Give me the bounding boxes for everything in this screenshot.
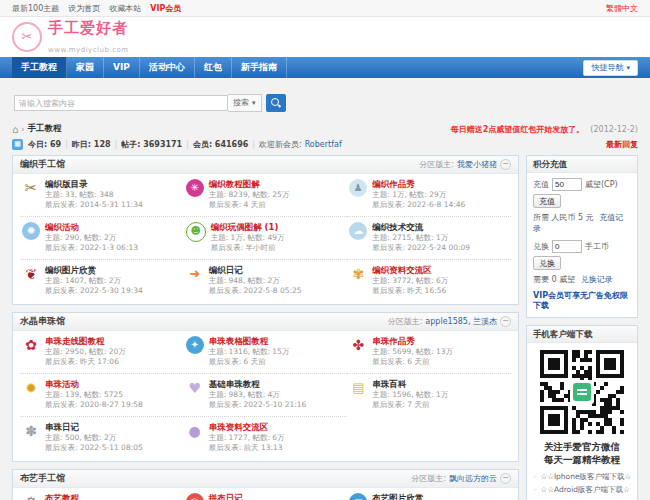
forum-link[interactable]: 拼布日记: [209, 493, 302, 500]
site-logo[interactable]: ✂ 手工爱好者 www.mydiyclub.com: [12, 18, 129, 56]
latest-reply-link[interactable]: 最新回复: [606, 139, 638, 150]
forum-link[interactable]: 串珠百科: [372, 379, 448, 390]
forum-link[interactable]: 串珠表格图教程: [209, 336, 290, 347]
moderator-link[interactable]: 我爱小猪猪: [457, 156, 497, 173]
forum-link[interactable]: 编织图片欣赏: [45, 265, 143, 276]
forum-cell: ◎ 拼布日记 主题: 126, 帖数: 3363 最后发表: 2022-5-7 …: [184, 488, 348, 500]
recharge-unit: 威望(CP): [585, 179, 618, 190]
yarn-ball-blue-icon: ✺: [22, 222, 40, 240]
nav-item-redpacket[interactable]: 红包: [195, 57, 232, 78]
qr-caption-line1: 关注手爱官方微信: [533, 440, 631, 453]
search-button[interactable]: [266, 94, 286, 112]
newest-member-link[interactable]: Robertfaf: [305, 140, 342, 149]
exchange-history-link[interactable]: 兑换记录: [581, 275, 613, 284]
forum-last-post: 最后发表: 2022-5-24 00:09: [372, 243, 470, 253]
nav-item-tutorials[interactable]: 手工教程: [12, 57, 67, 78]
forum-link[interactable]: 编织资料交流区: [372, 265, 448, 276]
forum-link[interactable]: 编织技术交流: [372, 222, 470, 233]
exchange-label: 兑换: [533, 241, 549, 252]
search-type-select[interactable]: 搜索: [228, 94, 262, 112]
list-item[interactable]: ☆☆Iphone版客户端下载☆☆: [533, 470, 631, 483]
forum-link[interactable]: 编织教程图解: [209, 179, 290, 190]
forum-link[interactable]: 布艺教程: [45, 493, 126, 500]
forum-last-post: 最后发表: 2022-6-8 14:46: [372, 200, 465, 210]
collapse-icon[interactable]: [500, 316, 511, 327]
moderator-link[interactable]: apple1585, 兰溪杰: [425, 313, 497, 330]
recharge-amount-input[interactable]: [552, 178, 582, 191]
forum-last-post: 最后发表: 昨天 17:06: [45, 357, 126, 367]
section-title-link[interactable]: 布艺手工馆: [20, 470, 65, 487]
forum-link[interactable]: 串珠走线图教程: [45, 336, 126, 347]
bead-ring-icon: ✹: [22, 379, 40, 397]
link-set-homepage[interactable]: 设为首页: [68, 3, 100, 14]
section-title-link[interactable]: 编织手工馆: [20, 156, 65, 173]
stat-members: 会员: 641696: [193, 139, 248, 150]
forum-cell: ✾ 编织资料交流区 主题: 3772, 帖数: 6万 最后发表: 昨天 16:5…: [347, 259, 511, 302]
vip-download-link[interactable]: VIP会员可享无广告免权限下载: [533, 291, 631, 311]
forum-last-post: 最后发表: 2014-5-31 11:34: [45, 200, 143, 210]
link-traditional-chinese[interactable]: 繁體中文: [606, 3, 638, 14]
nav-item-newbie-guide[interactable]: 新手指南: [232, 57, 287, 78]
forum-last-post: 最后发表: 2022-5-10 21:16: [209, 400, 307, 410]
nav-item-vip[interactable]: VIP: [104, 57, 140, 78]
exchange-note: 需要 0 威望: [533, 275, 575, 284]
doll-icon: ☻: [186, 222, 206, 242]
forum-last-post: 最后发表: 前天 13:13: [209, 443, 285, 453]
stats-chart-icon: [12, 139, 23, 150]
forum-topic-stats: 主题: 500, 帖数: 2万: [45, 433, 143, 443]
forum-grid: ✂ 编织版目录 主题: 33, 帖数: 348 最后发表: 2014-5-31 …: [13, 174, 518, 304]
forum-cell: ✤ 串珠作品秀 主题: 5699, 帖数: 13万 最后发表: 6 天前: [347, 331, 511, 373]
collapse-icon[interactable]: [500, 159, 511, 170]
forum-cell: ➜ 编织日记 主题: 948, 帖数: 2万 最后发表: 2022-5-8 05…: [184, 259, 348, 302]
collapse-icon[interactable]: [500, 473, 511, 484]
forum-topic-stats: 主题: 3772, 帖数: 6万: [372, 276, 448, 286]
moderators-label: 分区版主:: [388, 313, 423, 330]
forum-cell: ✽ 串珠日记 主题: 500, 帖数: 2万 最后发表: 2022-5-11 0…: [20, 416, 184, 459]
globe-icon: ☁: [349, 222, 367, 240]
forum-link[interactable]: 编织作品秀: [372, 179, 465, 190]
recharge-button[interactable]: 充值: [533, 194, 561, 208]
forum-cell: ✹ 串珠活动 主题: 139, 帖数: 5725 最后发表: 2020-8-27…: [20, 373, 184, 416]
forum-link[interactable]: 编织玩偶图解 (1): [211, 222, 285, 233]
forum-link[interactable]: 串珠活动: [45, 379, 143, 390]
forum-cell: ● 串珠资料交流区 主题: 1727, 帖数: 6万 最后发表: 前天 13:1…: [184, 416, 348, 459]
exchange-button[interactable]: 兑换: [533, 256, 561, 270]
yarn-bowl-icon: ✾: [349, 265, 367, 283]
forum-link[interactable]: 串珠作品秀: [372, 336, 453, 347]
credit-recharge-box: 积分充值 充值 威望(CP) 充值 所需 人民币 5 元 充值记录 兑换 手工币…: [526, 155, 638, 318]
sidebar: 积分充值 充值 威望(CP) 充值 所需 人民币 5 元 充值记录 兑换 手工币…: [526, 155, 638, 500]
site-header: ✂ 手工爱好者 www.mydiyclub.com: [0, 17, 650, 57]
forum-topic-stats: 主题: 2715, 帖数: 1万: [372, 233, 470, 243]
forum-last-post: 最后发表: 2020-8-27 19:58: [45, 400, 143, 410]
app-download-links: ☆☆Iphone版客户端下载☆☆☆☆Adroid版客户端下载☆☆: [533, 470, 631, 496]
announcement-date: (2012-12-2): [590, 125, 638, 134]
forum-link[interactable]: 编织活动: [45, 222, 138, 233]
quick-nav-button[interactable]: 快捷导航: [583, 60, 638, 76]
search-input[interactable]: [14, 95, 228, 111]
forum-link[interactable]: 编织版目录: [45, 179, 143, 190]
forum-topic-stats: 主题: 1407, 帖数: 2万: [45, 276, 143, 286]
forum-link[interactable]: 基础串珠教程: [209, 379, 307, 390]
forum-topic-stats: 主题: 1万, 帖数: 49万: [211, 233, 285, 243]
forum-cell: ☁ 编织技术交流 主题: 2715, 帖数: 1万 最后发表: 2022-5-2…: [347, 216, 511, 259]
link-vip-member[interactable]: VIP会员: [150, 3, 181, 14]
announcement-text[interactable]: 每日赠送2点威望值红包开始发放了。: [451, 124, 585, 135]
forum-link[interactable]: 串珠资料交流区: [209, 422, 285, 433]
moderator-link[interactable]: 飘向远方的云: [449, 470, 497, 487]
nav-item-activity[interactable]: 活动中心: [140, 57, 195, 78]
section-title-link[interactable]: 水晶串珠馆: [20, 313, 65, 330]
link-latest-topics[interactable]: 最新100主题: [12, 3, 59, 14]
forum-link[interactable]: 串珠日记: [45, 422, 143, 433]
stat-yesterday: 昨日: 128: [72, 139, 111, 150]
link-bookmark-site[interactable]: 收藏本站: [109, 3, 141, 14]
qr-code: [536, 350, 628, 436]
forum-link[interactable]: 布艺图片欣赏: [372, 493, 465, 500]
exchange-amount-input[interactable]: [552, 240, 582, 253]
nav-item-home[interactable]: 家园: [67, 57, 104, 78]
forum-last-post: 最后发表: 昨天 16:56: [372, 286, 448, 296]
home-icon[interactable]: [12, 124, 18, 135]
forum-cell: ✿ 串珠走线图教程 主题: 2950, 帖数: 20万 最后发表: 昨天 17:…: [20, 331, 184, 373]
forum-link[interactable]: 编织日记: [209, 265, 302, 276]
list-item[interactable]: ☆☆Adroid版客户端下载☆☆: [533, 483, 631, 496]
section-header: 布艺手工馆 分区版主: 飘向远方的云: [13, 470, 518, 488]
